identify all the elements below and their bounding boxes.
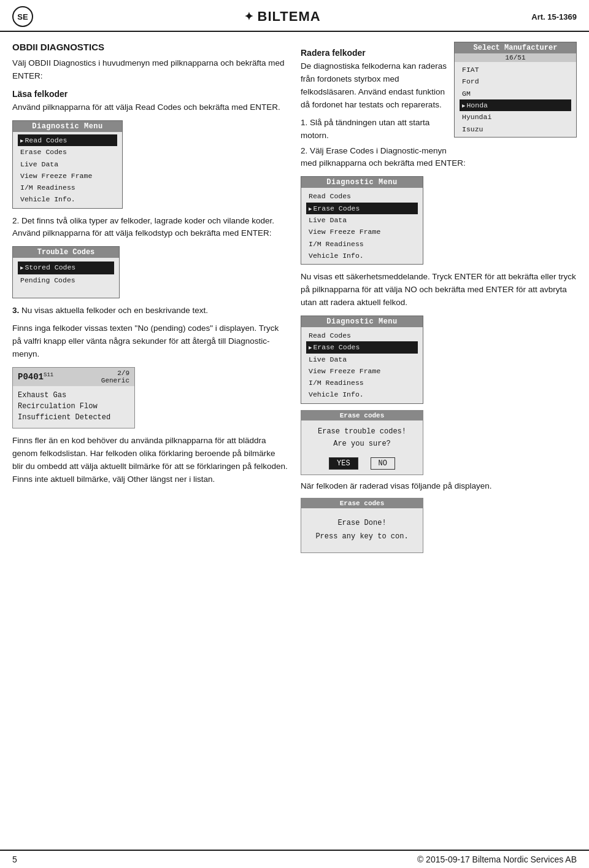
art-number: Art. 15-1369 [531,12,577,21]
page-footer: 5 © 2015-09-17 Biltema Nordic Services A… [0,850,589,868]
step3b-text: Finns inga felkoder vissas texten "No (p… [12,322,288,361]
trouble-codes-box: Trouble Codes Stored Codes Pending Codes [12,246,120,298]
erase-box-title: Erase codes [301,411,423,420]
diag-menu1-item-0[interactable]: Read Codes [18,134,117,147]
security-text: Nu visas ett säkerhetsmeddelande. Tryck … [301,271,577,309]
se-badge: SE [12,6,33,27]
select-manufacturer-title: Select Manufacturer [455,42,576,53]
diag-menu1-body: Read Codes Erase Codes Live Data View Fr… [13,132,122,208]
select-manufacturer-box: Select Manufacturer 16/51 FIAT Ford GM H… [454,42,577,138]
diag-menu3-body: Read Codes Erase Codes Live Data View Fr… [301,327,423,403]
page-header: SE ✦ BILTEMA Art. 15-1369 [0,0,589,32]
diag-menu2-item-4[interactable]: I/M Readiness [306,238,418,250]
trouble-box-title: Trouble Codes [13,247,119,258]
step1-text: Använd pilknapparna för att välja Read C… [12,101,288,114]
erase-box-body: Erase trouble codes! Are you sure? [301,420,423,455]
erase-done-box: Erase codes Erase Done! Press any key to… [301,498,423,552]
manufacturer-gm[interactable]: GM [460,88,571,99]
erase-done-line2: Press any key to con. [309,530,415,544]
manufacturer-isuzu[interactable]: Isuzu [460,123,571,135]
diag-menu2-item-3[interactable]: View Freeze Frame [306,226,418,238]
erase-line2: Are you sure? [309,438,415,450]
error-desc-line2: Recirculation Flow [18,401,129,412]
erase-buttons: YES NO [301,455,423,475]
erase-codes-box: Erase codes Erase trouble codes! Are you… [301,410,423,476]
diag-menu2-item-5[interactable]: Vehicle Info. [306,250,418,262]
main-content: OBDII DIAGNOSTICS Välj OBDII Diagnostics… [0,32,589,564]
diag-menu3-item-4[interactable]: I/M Readiness [306,377,418,389]
manufacturer-hyundai[interactable]: Hyundai [460,111,571,123]
error-code-main: P0401S11 [18,372,53,382]
diag-menu3-item-5[interactable]: Vehicle Info. [306,389,418,400]
trouble-box-body: Stored Codes Pending Codes [13,258,119,298]
error-desc-line1: Exhaust Gas [18,390,129,401]
erase-done-body: Erase Done! Press any key to con. [301,508,423,552]
manufacturer-ford[interactable]: Ford [460,76,571,87]
diag-menu3-item-3[interactable]: View Freeze Frame [306,365,418,377]
diag-menu3-item-2[interactable]: Live Data [306,354,418,365]
erase-yes-button[interactable]: YES [329,457,358,470]
step4-text: Finns fler än en kod behöver du använda … [12,435,288,486]
logo-text: BILTEMA [258,9,321,25]
footer-copyright: © 2015-09-17 Biltema Nordic Services AB [417,854,577,864]
select-manufacturer-counter: 16/51 [455,53,576,62]
biltema-logo: ✦ BILTEMA [244,9,321,25]
error-code-body: Exhaust Gas Recirculation Flow Insuffici… [13,386,134,428]
diag-menu2-body: Read Codes Erase Codes Live Data View Fr… [301,188,423,264]
erase-done-title: Erase codes [301,498,423,508]
diag-menu1-item-5[interactable]: Vehicle Info. [18,193,117,205]
diag-menu2-item-1[interactable]: Erase Codes [306,203,418,215]
diag-menu3-item-1[interactable]: Erase Codes [306,341,418,354]
manufacturer-honda[interactable]: Honda [460,99,571,112]
logo-icon: ✦ [244,10,254,23]
select-manufacturer-body: FIAT Ford GM Honda Hyundai Isuzu [455,62,576,137]
diag-menu2-item-2[interactable]: Live Data [306,214,418,226]
erase-no-button[interactable]: NO [371,457,395,470]
intro-text: Välj OBDII Diagnostics i huvudmenyn med … [12,57,288,83]
diag-menu1-title: Diagnostic Menu [13,121,122,132]
footer-page-number: 5 [12,854,17,864]
diag-menu1-item-1[interactable]: Erase Codes [18,146,117,158]
radera-step2: 2. Välj Erase Codes i Diagnostic-menyn m… [301,145,577,171]
diag-menu1-item-2[interactable]: Live Data [18,158,117,170]
sub-heading-lasa: Läsa felkoder [12,89,288,99]
diag-menu2-item-0[interactable]: Read Codes [306,190,418,202]
trouble-pending-codes[interactable]: Pending Codes [18,274,114,287]
diag-menu1-item-3[interactable]: View Freeze Frame [18,170,117,182]
error-code-box: P0401S11 2/9 Generic Exhaust Gas Recircu… [12,367,135,428]
diag-menu1-item-4[interactable]: I/M Readiness [18,182,117,193]
step2-text: 2. Det finns två olika typer av felkoder… [12,215,288,241]
diag-menu3-title: Diagnostic Menu [301,316,423,327]
diagnostic-menu-1: Diagnostic Menu Read Codes Erase Codes L… [12,120,123,209]
right-column: Select Manufacturer 16/51 FIAT Ford GM H… [301,42,577,558]
erase-line1: Erase trouble codes! [309,425,415,438]
diag-menu3-item-0[interactable]: Read Codes [306,330,418,341]
left-column: OBDII DIAGNOSTICS Välj OBDII Diagnostics… [12,42,288,558]
erase-done-line1: Erase Done! [309,517,415,530]
error-code-right: 2/9 Generic [101,370,129,384]
step3-text: 3. Nu visas aktuella felkoder och en bes… [12,304,288,317]
section-title: OBDII DIAGNOSTICS [12,42,288,52]
diagnostic-menu-3: Diagnostic Menu Read Codes Erase Codes L… [301,316,423,404]
diag-menu2-title: Diagnostic Menu [301,177,423,188]
error-code-header: P0401S11 2/9 Generic [13,368,134,386]
error-desc-line3: Insufficient Detected [18,412,129,423]
trouble-stored-codes[interactable]: Stored Codes [18,262,114,274]
diagnostic-menu-2: Diagnostic Menu Read Codes Erase Codes L… [301,176,423,265]
after-erase-text: När felkoden är raderad visas följande p… [301,480,577,493]
manufacturer-fiat[interactable]: FIAT [460,64,571,76]
